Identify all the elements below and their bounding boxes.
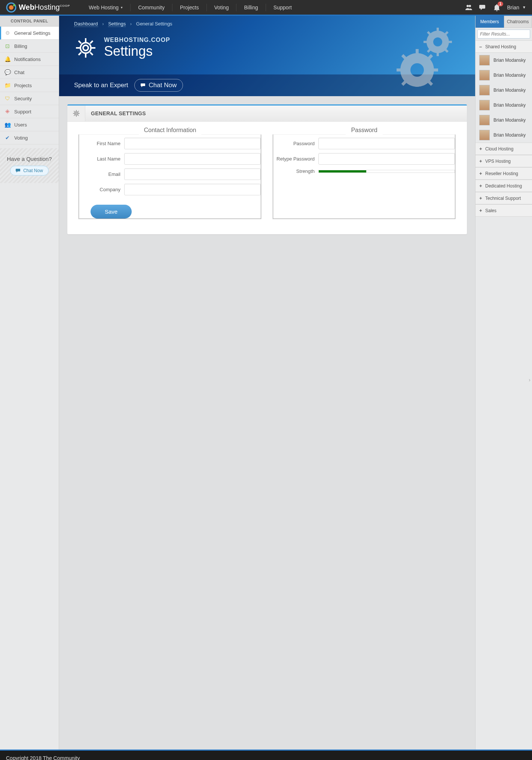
card-header: GENERAL SETTINGS (67, 106, 467, 122)
svg-point-3 (80, 43, 91, 53)
page-title: Settings (104, 43, 170, 59)
member-name: Brian Modansky (493, 58, 526, 63)
password-fieldset: Password Password Retype Password Streng… (273, 131, 456, 219)
tab-chatrooms[interactable]: Chatrooms (504, 16, 532, 28)
gear-icon (67, 106, 85, 121)
password-input[interactable] (318, 138, 455, 149)
member-item[interactable]: Brian Modansky (476, 53, 532, 68)
notification-icon[interactable]: 1 (493, 4, 500, 11)
plus-icon: + (479, 146, 483, 152)
sidebar-item-users[interactable]: 👥Users (0, 118, 59, 131)
avatar (479, 85, 490, 95)
logo[interactable]: WebHostingCOOP (6, 2, 70, 13)
sidebar-item-projects[interactable]: 📁Projects (0, 79, 59, 92)
filter-input[interactable] (477, 30, 530, 39)
gear-icon (74, 36, 97, 59)
group-cloud-hosting[interactable]: +Cloud Hosting (476, 143, 532, 155)
group-technical-support[interactable]: +Technical Support (476, 192, 532, 204)
nav-label: General Settings (14, 30, 51, 36)
member-item[interactable]: Brian Modansky (476, 113, 532, 128)
chevron-right-icon: › (102, 21, 104, 27)
nav-icon: ⊡ (4, 43, 10, 49)
nav-support[interactable]: Support (266, 4, 299, 11)
nav-label: Billing (14, 43, 27, 49)
avatar (479, 70, 490, 80)
help-box: Have a Question? Chat Now (0, 148, 59, 183)
speak-to-expert-bar: Speak to an Expert Chat Now (59, 74, 475, 96)
group-label: VPS Hosting (485, 159, 511, 164)
nav-icon: 👥 (4, 122, 10, 128)
avatar (479, 115, 490, 125)
users-icon[interactable] (465, 4, 473, 11)
nav-label: Support (14, 109, 31, 115)
chat-icon[interactable] (479, 4, 487, 11)
sidebar-item-billing[interactable]: ⊡Billing (0, 40, 59, 53)
contact-legend: Contact Information (139, 127, 202, 134)
crumb-dashboard[interactable]: Dashboard (74, 21, 98, 27)
card-title: GENERAL SETTINGS (85, 110, 146, 116)
sidebar-item-general-settings[interactable]: ⚙General Settings (0, 27, 59, 40)
settings-card: GENERAL SETTINGS Contact Information Fir… (67, 104, 467, 234)
retype-password-label: Retype Password (273, 156, 315, 162)
plus-icon: + (479, 183, 483, 189)
nav-community[interactable]: Community (131, 4, 172, 11)
save-button[interactable]: Save (91, 205, 132, 219)
logo-icon (6, 2, 16, 13)
user-menu[interactable]: Brian ▼ (507, 4, 526, 10)
nav-icon: 🔔 (4, 56, 10, 62)
group-vps-hosting[interactable]: +VPS Hosting (476, 155, 532, 167)
nav-icon: 📁 (4, 82, 10, 88)
sidebar-item-support[interactable]: ⁜Support (0, 105, 59, 118)
svg-point-22 (75, 113, 77, 114)
group-label: Reseller Hosting (485, 171, 518, 176)
member-name: Brian Modansky (493, 132, 526, 138)
password-label: Password (273, 141, 315, 146)
member-item[interactable]: Brian Modansky (476, 68, 532, 83)
group-sales[interactable]: +Sales (476, 204, 532, 217)
first-name-input[interactable] (124, 138, 261, 149)
nav-billing[interactable]: Billing (236, 4, 266, 11)
plus-icon: + (479, 171, 483, 176)
chat-bubble-icon (16, 168, 21, 173)
nav-projects[interactable]: Projects (172, 4, 207, 11)
nav-web-hosting[interactable]: Web Hosting ▾ (81, 4, 131, 11)
nav-label: Voting (14, 135, 28, 141)
footer: Copyright 2018 The Community (0, 750, 532, 760)
group-label: Shared Hosting (485, 44, 516, 49)
member-name: Brian Modansky (493, 117, 526, 123)
caret-down-icon: ▼ (522, 5, 526, 9)
member-item[interactable]: Brian Modansky (476, 98, 532, 113)
email-input[interactable] (124, 168, 261, 180)
sidebar-item-voting[interactable]: ✔Voting (0, 131, 59, 144)
rightbar: Members Chatrooms –Shared HostingBrian M… (475, 16, 532, 750)
retype-password-input[interactable] (318, 153, 455, 165)
svg-point-1 (9, 5, 13, 10)
group-shared-hosting[interactable]: –Shared Hosting (476, 40, 532, 53)
notification-badge: 1 (498, 1, 504, 6)
main-area: Dashboard › Settings › General Settings … (59, 16, 475, 750)
crumb-settings[interactable]: Settings (108, 21, 126, 27)
member-item[interactable]: Brian Modansky (476, 128, 532, 143)
group-reseller-hosting[interactable]: +Reseller Hosting (476, 167, 532, 180)
group-dedicated-hosting[interactable]: +Dedicated Hosting (476, 180, 532, 192)
tab-members[interactable]: Members (476, 16, 504, 28)
chat-now-button[interactable]: Chat Now (10, 166, 49, 175)
sidebar-item-chat[interactable]: 💬Chat (0, 66, 59, 79)
member-item[interactable]: Brian Modansky (476, 83, 532, 98)
hero-subtitle: WEBHOSTING.COOP (104, 37, 170, 43)
last-name-input[interactable] (124, 153, 261, 165)
nav-label: Security (14, 96, 32, 101)
nav-label: Chat (14, 70, 24, 75)
hero: Dashboard › Settings › General Settings … (59, 16, 475, 96)
company-label: Company (79, 187, 120, 192)
nav-voting[interactable]: Voting (207, 4, 237, 11)
collapse-handle[interactable]: › (529, 377, 531, 383)
group-label: Sales (485, 208, 496, 213)
chat-now-hero-button[interactable]: Chat Now (134, 79, 183, 92)
group-label: Technical Support (485, 196, 521, 201)
member-name: Brian Modansky (493, 73, 526, 78)
sidebar-item-notifications[interactable]: 🔔Notifications (0, 53, 59, 66)
sidebar-item-security[interactable]: 🛡Security (0, 92, 59, 105)
company-input[interactable] (124, 184, 261, 195)
rightbar-tabs: Members Chatrooms (476, 16, 532, 28)
